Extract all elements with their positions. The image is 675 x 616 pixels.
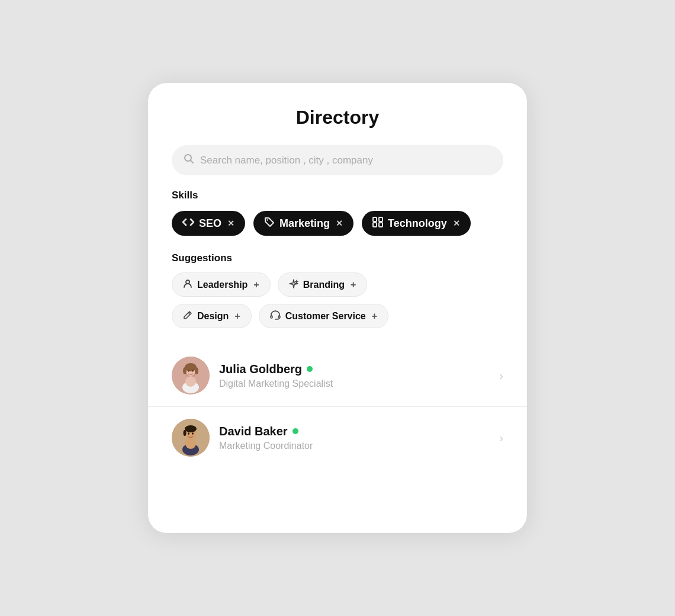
suggestion-chip-branding[interactable]: Branding + bbox=[278, 272, 368, 297]
svg-line-8 bbox=[188, 313, 190, 315]
search-placeholder-text: Search name, position , city , company bbox=[200, 155, 373, 166]
svg-point-23 bbox=[185, 425, 197, 432]
svg-point-26 bbox=[192, 432, 194, 435]
svg-rect-10 bbox=[278, 316, 280, 318]
person-role-david: Marketing Coordinator bbox=[219, 441, 490, 451]
branding-label: Branding bbox=[303, 280, 345, 290]
svg-point-17 bbox=[188, 370, 189, 372]
skill-chip-seo[interactable]: SEO ✕ bbox=[172, 211, 245, 236]
svg-point-18 bbox=[192, 370, 194, 372]
grid-icon bbox=[372, 217, 383, 230]
chevron-right-julia: › bbox=[499, 369, 503, 383]
person-name-row-julia: Julia Goldberg bbox=[219, 362, 490, 376]
person-icon bbox=[183, 279, 192, 290]
suggestions-row-1: Leadership + Branding + bbox=[172, 272, 503, 297]
avatar-julia bbox=[172, 357, 210, 394]
svg-point-14 bbox=[185, 363, 197, 371]
branding-add-icon[interactable]: + bbox=[351, 280, 356, 290]
svg-point-25 bbox=[188, 432, 189, 435]
svg-point-20 bbox=[185, 376, 196, 387]
online-dot-julia bbox=[307, 366, 313, 372]
marketing-label: Marketing bbox=[279, 217, 330, 230]
design-label: Design bbox=[197, 311, 229, 322]
person-item-david[interactable]: David Baker Marketing Coordinator › bbox=[148, 406, 527, 469]
technology-close-icon[interactable]: ✕ bbox=[453, 219, 460, 228]
svg-point-2 bbox=[266, 219, 268, 220]
leadership-label: Leadership bbox=[197, 280, 247, 290]
svg-rect-6 bbox=[379, 223, 382, 227]
person-name-row-david: David Baker bbox=[219, 425, 490, 438]
search-bar[interactable]: Search name, position , city , company bbox=[172, 145, 503, 175]
seo-close-icon[interactable]: ✕ bbox=[227, 219, 234, 228]
svg-point-15 bbox=[183, 367, 187, 374]
person-name-julia: Julia Goldberg bbox=[219, 362, 302, 376]
online-dot-david bbox=[292, 428, 298, 434]
svg-rect-5 bbox=[373, 223, 377, 227]
directory-card: Directory Search name, position , city ,… bbox=[148, 83, 527, 533]
skills-chips-wrapper: SEO ✕ Marketing ✕ bbox=[148, 211, 527, 236]
leadership-add-icon[interactable]: + bbox=[253, 280, 259, 290]
skill-chip-marketing[interactable]: Marketing ✕ bbox=[253, 211, 353, 236]
avatar-david bbox=[172, 419, 210, 457]
search-icon bbox=[184, 153, 194, 167]
skills-section-label: Skills bbox=[148, 190, 527, 201]
person-info-david: David Baker Marketing Coordinator bbox=[219, 425, 490, 451]
page-title: Directory bbox=[148, 107, 527, 129]
design-add-icon[interactable]: + bbox=[234, 311, 240, 322]
svg-point-28 bbox=[185, 438, 196, 449]
svg-rect-3 bbox=[373, 217, 377, 222]
customer-service-label: Customer Service bbox=[285, 311, 366, 322]
svg-line-1 bbox=[191, 161, 194, 163]
suggestion-chip-design[interactable]: Design + bbox=[172, 304, 252, 328]
tag-icon bbox=[264, 217, 275, 230]
suggestions-row-2: Design + Customer Service + bbox=[172, 304, 503, 328]
marketing-close-icon[interactable]: ✕ bbox=[336, 219, 343, 228]
person-info-julia: Julia Goldberg Digital Marketing Special… bbox=[219, 362, 490, 389]
svg-rect-4 bbox=[379, 217, 382, 222]
person-name-david: David Baker bbox=[219, 425, 288, 438]
sparkle-icon bbox=[289, 279, 298, 290]
pen-icon bbox=[183, 310, 192, 322]
suggestion-chip-leadership[interactable]: Leadership + bbox=[172, 272, 271, 297]
chevron-right-david: › bbox=[499, 431, 503, 445]
skill-chip-technology[interactable]: Technology ✕ bbox=[362, 211, 471, 236]
technology-label: Technology bbox=[388, 217, 447, 230]
seo-label: SEO bbox=[199, 217, 221, 230]
headset-icon bbox=[270, 310, 281, 322]
skills-chips-row: SEO ✕ Marketing ✕ bbox=[148, 211, 527, 236]
person-list: Julia Goldberg Digital Marketing Special… bbox=[148, 345, 527, 469]
person-role-julia: Digital Marketing Specialist bbox=[219, 378, 490, 389]
person-item-julia[interactable]: Julia Goldberg Digital Marketing Special… bbox=[148, 345, 527, 406]
code-icon bbox=[182, 218, 194, 229]
customer-service-add-icon[interactable]: + bbox=[372, 311, 377, 322]
svg-rect-9 bbox=[271, 316, 272, 318]
search-bar-wrapper: Search name, position , city , company bbox=[148, 145, 527, 175]
suggestions-section-label: Suggestions bbox=[148, 252, 527, 264]
suggestions-grid: Leadership + Branding + bbox=[148, 272, 527, 328]
suggestion-chip-customer-service[interactable]: Customer Service + bbox=[259, 304, 388, 328]
svg-point-24 bbox=[184, 430, 187, 436]
svg-point-16 bbox=[195, 367, 198, 374]
